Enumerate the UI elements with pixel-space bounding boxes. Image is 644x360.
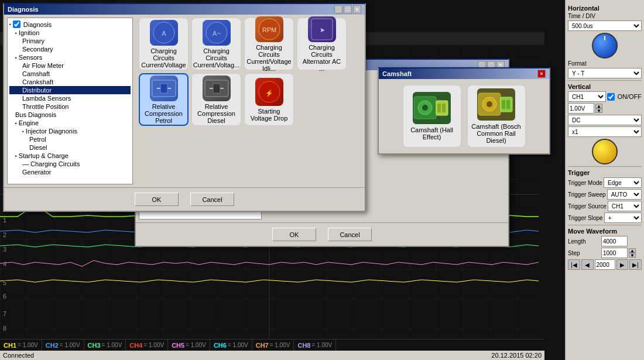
volt-input[interactable] [568,103,594,114]
ch2-bar-value: = 1.00V [60,342,80,348]
step-row: Step ▲ ▼ [568,248,642,258]
svg-rect-25 [213,84,220,93]
time-div-select[interactable]: 500.0us [568,20,642,31]
main-dialog: Diagnosis _ □ × ▪ Diagnosis ▪ Ignition P… [3,3,366,212]
icon-charging-current-idli[interactable]: RPM Charging Circuits Current/Voltage Id… [244,18,294,70]
nav-first-button[interactable]: |◀ [568,259,580,270]
probe-select[interactable]: x1 [568,126,642,137]
main-close-button[interactable]: × [353,5,361,13]
right-panel: Horizontal Time / DIV 500.0us Format Y -… [565,0,644,360]
tree-airflow[interactable]: Air Flow Meter [9,61,131,70]
icon-relative-compression-petrol[interactable]: Relative Compression Petrol [139,73,189,126]
trigger-source-select[interactable]: CH1 [608,201,642,211]
icon-alternator-ac[interactable]: ➤ Charging Circuits Alternator AC ... [297,18,347,70]
tree-crankshaft[interactable]: Crankshaft [9,78,131,86]
cancel-button[interactable]: Cancel [190,193,234,206]
ch6-item: CH6 = 1.00V [210,340,252,351]
cam-bosch[interactable]: Camshaft (Bosch Common Rail Diesel) [467,85,526,148]
format-select[interactable]: Y - T [568,68,642,78]
ch8-item: CH8 = 1.00V [294,340,336,351]
trigger-mode-select[interactable]: Edge [604,177,642,188]
tree-petrol[interactable]: Petrol [9,135,131,143]
cam-bosch-label: Camshaft (Bosch Common Rail Diesel) [471,123,522,144]
tree-charging-circuits[interactable]: — Charging Circuits [9,160,131,168]
icon-img-6 [203,76,231,101]
channel-bar: CH1 = 1.00V CH2 = 1.00V CH3 = 1.00V CH4 … [0,339,544,351]
coupling-row: DC [568,115,642,125]
svg-text:8: 8 [3,325,6,332]
svg-rect-38 [502,100,505,109]
time-div-label: Time / DIV [568,13,600,19]
tree-engine[interactable]: ▪ Engine [9,119,131,127]
ch6-bar-label: CH6 [214,342,227,349]
ch1-onoff-checkbox[interactable] [607,93,615,101]
nav-prev-button[interactable]: ◀ [581,259,594,270]
bg-cancel-button[interactable]: Cancel [328,228,372,241]
bg-ok-button[interactable]: OK [272,228,316,241]
ch4-item: CH4 = 1.00V [126,340,168,351]
format-row: Format [568,60,642,67]
icon-relative-compression-diesel[interactable]: Relative Compression Diesel [191,73,241,126]
svg-point-30 [422,105,428,111]
svg-rect-33 [442,104,446,112]
icon-img-4: ➤ [308,16,336,42]
tree-lambda[interactable]: Lambda Sensors [9,94,131,102]
main-restore-button[interactable]: □ [344,5,352,13]
icon-img-3: RPM [255,16,283,42]
ch1-item: CH1 = 1.00V [0,340,42,351]
tree-injector[interactable]: ▪ Injector Diagnonis [9,127,131,135]
tree-primary[interactable]: Primary [9,37,131,45]
trigger-slope-label: Trigger Slope [568,215,603,221]
tree-throttle[interactable]: Throttle Position [9,102,131,111]
tree-distributor[interactable]: Distributor [9,86,131,94]
length-input[interactable] [601,236,628,246]
move-waveform-heading: Move Waveform [568,228,642,235]
diagnosis-checkbox[interactable] [13,20,20,28]
trigger-heading: Trigger [568,169,642,176]
status-text: Connected [3,352,34,359]
volt-down[interactable]: ▼ [595,108,602,113]
tree-camshaft[interactable]: Camshaft [9,70,131,78]
step-input[interactable] [601,248,628,258]
ch7-bar-value: = 1.00V [270,342,290,348]
ch1-select[interactable]: CH1 [568,91,606,102]
svg-text:4: 4 [3,260,6,268]
cam-hall-effect[interactable]: Camshaft (Hall Effect) [403,85,461,148]
ch2-bar-label: CH2 [46,342,59,349]
icon-charging-current-voltage-2[interactable]: A~ Charging Circuits Current/Voltag... [191,18,241,70]
probe-row: x1 [568,126,642,137]
ch-knob[interactable] [592,139,618,164]
tree-generator[interactable]: Generator [9,168,131,176]
nav-next-button[interactable]: ▶ [616,259,629,270]
tree-diesel[interactable]: Diesel [9,143,131,152]
length-label: Length [568,238,600,245]
tree-startup[interactable]: ▪ Startup & Charge [9,152,131,160]
tree-panel: ▪ Diagnosis ▪ Ignition Primary Secondary… [7,18,133,184]
trigger-slope-select[interactable]: + [604,212,642,223]
ok-button[interactable]: OK [135,193,179,206]
icon-charging-current-voltage-1[interactable]: A Charging Circuits Current/Voltage [139,18,189,70]
expand-icon: ▪ [9,22,11,27]
tree-ignition[interactable]: ▪ Ignition [9,29,131,37]
nav-last-button[interactable]: ▶| [629,259,642,270]
step-down[interactable]: ▼ [629,253,636,258]
time-knob[interactable] [592,33,618,59]
svg-point-36 [487,101,492,107]
nav-position-input[interactable] [595,259,615,270]
main-minimize-button[interactable]: _ [334,5,342,13]
step-spinner: ▲ ▼ [629,248,636,258]
trigger-sweep-select[interactable]: AUTO [607,189,642,200]
tree-secondary[interactable]: Secondary [9,45,131,53]
tree-diagnosis[interactable]: ▪ Diagnosis [9,20,131,29]
format-control-row: Y - T [568,68,642,78]
tree-bus[interactable]: Bus Diagnosis [9,111,131,119]
tree-sensors[interactable]: ▪ Sensors [9,53,131,61]
cam-close-button[interactable]: × [537,70,546,78]
main-dialog-footer: OK Cancel [4,187,365,211]
svg-text:A: A [162,30,166,37]
coupling-select[interactable]: DC [568,115,642,125]
main-title-buttons: _ □ × [334,5,361,13]
svg-text:3: 3 [3,246,6,253]
icon-starting-voltage-drop[interactable]: ⚡ Starting Voltage Drop [244,73,294,126]
length-row: Length [568,236,642,246]
